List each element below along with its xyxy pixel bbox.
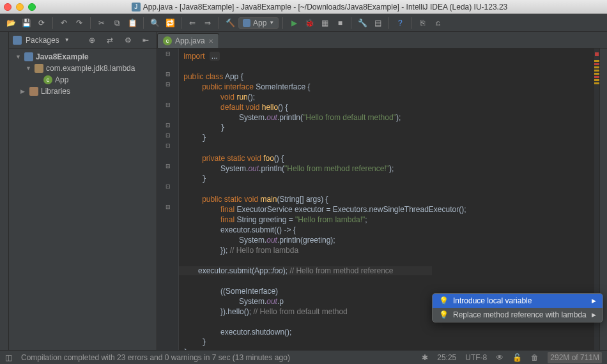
tool-window-icon[interactable]: ◫ [5,353,12,362]
settings-icon[interactable]: 🔧 [355,16,369,30]
editor-tab[interactable]: c App.java ✕ [157,33,219,48]
scope-icon[interactable]: ⊕ [85,33,99,47]
close-tab-icon[interactable]: ✕ [208,38,213,45]
library-icon [29,87,38,96]
module-icon [24,52,33,61]
arrow-icon: ▶ [592,312,596,318]
left-stripe[interactable] [0,32,9,350]
titlebar: J App.java - [Java8Example] - Java8Examp… [0,0,607,14]
coverage-icon[interactable]: ▦ [318,16,332,30]
class-icon: c [163,36,172,45]
vcs-icon[interactable]: ⎘ [415,16,429,30]
settings-icon[interactable]: ⚙ [121,33,135,47]
stop-icon[interactable]: ■ [333,16,347,30]
module-icon [243,19,250,27]
open-file-icon[interactable]: 📂 [4,16,18,30]
packages-icon [13,36,22,45]
cut-icon[interactable]: ✂ [95,16,109,30]
memory-indicator[interactable]: 292M of 711M [548,352,602,363]
collapse-icon[interactable]: ⇤ [139,33,153,47]
editor-tabs: c App.java ✕ [157,32,607,49]
close-window[interactable] [4,3,12,11]
run-icon[interactable]: ▶ [287,16,301,30]
run-configuration[interactable]: App ▼ [238,17,279,29]
caret-position[interactable]: 25:25 [437,353,456,362]
encoding[interactable]: UTF-8 [465,353,487,362]
expand-icon[interactable]: ▶ [20,88,27,95]
changes-icon[interactable]: ⎌ [431,16,445,30]
lock-icon[interactable]: 🔓 [512,353,522,362]
paste-icon[interactable]: 📋 [125,16,139,30]
bulb-icon: 💡 [439,296,448,305]
inspections-icon[interactable]: 👁 [496,353,503,362]
tree-node-class[interactable]: c App [9,74,157,86]
status-bar: ◫ Compilation completed with 23 errors a… [0,350,607,364]
expand-icon[interactable]: ▼ [26,65,32,72]
back-icon[interactable]: ⇐ [185,16,199,30]
tree-node-libraries[interactable]: ▶ Libraries [9,86,157,97]
minimize-window[interactable] [16,3,24,11]
help-icon[interactable]: ? [393,16,407,30]
processes-icon[interactable]: ✱ [422,353,428,362]
intention-item[interactable]: 💡 Introduce local variable ▶ [433,294,603,308]
editor: c App.java ✕ ⊟ ⊟ ⊟ ⊟ ⊡ ⊡ ⊡ ⊟ ⊡ [157,32,607,350]
flatten-icon[interactable]: ⇄ [103,33,117,47]
project-tree[interactable]: ▼ Java8Example ▼ com.example.jdk8.lambda… [9,49,157,350]
arrow-icon: ▶ [592,298,596,304]
class-icon: c [43,75,52,84]
main-toolbar: 📂 💾 ⟳ ↶ ↷ ✂ ⧉ 📋 🔍 🔁 ⇐ ⇒ 🔨 App ▼ ▶ 🐞 ▦ ■ … [0,14,607,32]
refresh-icon[interactable]: ⟳ [35,16,49,30]
replace-icon[interactable]: 🔁 [163,16,177,30]
forward-icon[interactable]: ⇒ [201,16,215,30]
packages-header[interactable]: Packages ▼ ⊕ ⇄ ⚙ ⇤ [9,32,157,49]
intention-item[interactable]: 💡 Replace method reference with lambda ▶ [433,308,603,322]
project-structure-icon[interactable]: ▤ [371,16,385,30]
debug-icon[interactable]: 🐞 [302,16,316,30]
undo-icon[interactable]: ↶ [57,16,71,30]
intention-popup: 💡 Introduce local variable ▶ 💡 Replace m… [432,293,603,322]
redo-icon[interactable]: ↷ [72,16,86,30]
copy-icon[interactable]: ⧉ [110,16,124,30]
trash-icon[interactable]: 🗑 [531,353,539,362]
gutter[interactable]: ⊟ ⊟ ⊟ ⊟ ⊡ ⊡ ⊡ ⊟ ⊡ ⊟ [157,49,179,350]
zoom-window[interactable] [28,3,36,11]
expand-icon[interactable]: ▼ [15,54,22,60]
packages-panel: Packages ▼ ⊕ ⇄ ⚙ ⇤ ▼ Java8Example ▼ com.… [9,32,157,350]
bulb-icon: 💡 [439,310,448,319]
find-icon[interactable]: 🔍 [148,16,162,30]
package-icon [35,64,43,73]
java-file-icon: J [132,3,141,11]
tree-node-package[interactable]: ▼ com.example.jdk8.lambda [9,63,157,74]
build-icon[interactable]: 🔨 [223,16,237,30]
window-title: J App.java - [Java8Example] - Java8Examp… [36,3,603,11]
code-area[interactable]: ⊟ ⊟ ⊟ ⊟ ⊡ ⊡ ⊡ ⊟ ⊡ ⊟ [157,49,607,350]
save-icon[interactable]: 💾 [19,16,33,30]
tree-node-module[interactable]: ▼ Java8Example [9,51,157,63]
status-message: Compilation completed with 23 errors and… [21,353,290,362]
